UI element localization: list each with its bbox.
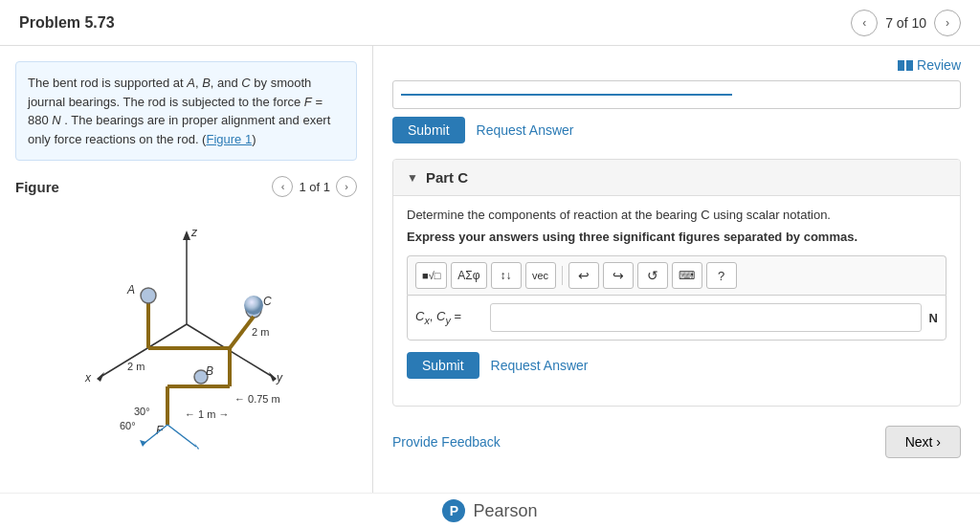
prev-problem-button[interactable]: ‹ (851, 10, 878, 36)
provide-feedback-link[interactable]: Provide Feedback (392, 434, 501, 450)
toolbar-help-btn[interactable]: ? (706, 262, 737, 289)
main-content: The bent rod is supported at A, B, and C… (0, 46, 980, 528)
svg-text:x: x (84, 371, 92, 385)
svg-text:60°: 60° (120, 420, 136, 431)
svg-point-13 (141, 288, 156, 303)
svg-text:2 m: 2 m (252, 326, 269, 338)
svg-line-29 (167, 425, 196, 447)
figure-nav: ‹ 1 of 1 › (272, 176, 357, 197)
part-c-answer-label: Cx, Cy = (415, 309, 482, 326)
part-c-request-answer-link[interactable]: Request Answer (491, 358, 589, 373)
figure-next-button[interactable]: › (336, 176, 357, 197)
svg-text:B: B (206, 364, 213, 378)
part-c-toggle-icon[interactable]: ▼ (407, 171, 418, 185)
svg-text:2 m: 2 m (127, 361, 145, 372)
review-button[interactable]: Review (898, 57, 961, 73)
part-c-section: ▼ Part C Determine the components of rea… (392, 159, 961, 407)
toolbar-keyboard-btn[interactable]: ⌨ (672, 262, 702, 289)
part-c-submit-button[interactable]: Submit (407, 352, 479, 379)
review-icon (898, 60, 913, 71)
page-indicator: 7 of 10 (885, 15, 926, 31)
part-c-question: Determine the components of reaction at … (407, 208, 947, 222)
svg-text:30°: 30° (134, 406, 150, 417)
problem-description: The bent rod is supported at A, B, and C… (15, 61, 357, 161)
svg-marker-1 (183, 231, 190, 240)
svg-marker-30 (140, 440, 146, 447)
part-c-title: Part C (426, 169, 468, 186)
figure-header: Figure ‹ 1 of 1 › (15, 176, 357, 197)
figure-title: Figure (15, 179, 59, 195)
part-c-submit-row: Submit Request Answer (407, 352, 947, 379)
pearson-logo-letter: P (450, 503, 458, 518)
figure-counter: 1 of 1 (299, 180, 330, 194)
figure-svg: z y x A (43, 209, 330, 458)
problem-text-static: The bent rod is supported at A, B, and C… (28, 76, 330, 146)
review-label: Review (917, 57, 961, 73)
part-b-submit-row: Submit Request Answer (392, 117, 961, 143)
svg-text:A: A (126, 283, 135, 297)
right-panel: Review Submit Request Answer ▼ Part C De… (373, 46, 980, 528)
review-area: Review (392, 57, 961, 73)
part-c-answer-row: Cx, Cy = N (407, 295, 947, 341)
header: Problem 5.73 ‹ 7 of 10 › (0, 0, 980, 46)
answer-bar-fill (401, 94, 732, 96)
figure-prev-button[interactable]: ‹ (272, 176, 293, 197)
part-c-answer-input[interactable] (490, 303, 922, 332)
left-panel: The bent rod is supported at A, B, and C… (0, 46, 373, 528)
part-b-answer-bar[interactable] (392, 80, 961, 109)
svg-line-17 (230, 317, 254, 348)
svg-text:z: z (190, 226, 198, 239)
svg-marker-4 (269, 372, 277, 382)
part-c-instruction: Express your answers using three signifi… (407, 230, 947, 244)
pearson-brand-name: Pearson (473, 501, 537, 521)
svg-text:← 1 m →: ← 1 m → (185, 408, 229, 420)
toolbar-arrows-btn[interactable]: ↕↓ (491, 262, 522, 289)
svg-point-32 (244, 296, 263, 315)
svg-text:C: C (263, 295, 272, 308)
toolbar-radical-btn[interactable]: ■√□ (415, 262, 447, 289)
figure-diagram: z y x A (15, 205, 357, 463)
part-b-request-answer-link[interactable]: Request Answer (477, 122, 574, 138)
pearson-footer: P Pearson (0, 493, 980, 528)
toolbar-vec-btn[interactable]: vec (525, 262, 556, 289)
part-c-answer-unit: N (929, 311, 938, 325)
toolbar-redo-btn[interactable]: ↪ (603, 262, 634, 289)
toolbar-undo-btn[interactable]: ↩ (568, 262, 599, 289)
footer-actions: Provide Feedback Next › (392, 422, 961, 458)
header-nav: ‹ 7 of 10 › (851, 10, 961, 36)
figure-link[interactable]: Figure 1 (206, 132, 252, 146)
toolbar-divider-1 (562, 266, 563, 285)
problem-title: Problem 5.73 (19, 14, 115, 32)
next-button[interactable]: Next › (885, 426, 961, 458)
pearson-logo: P (442, 499, 465, 522)
svg-text:← 0.75 m: ← 0.75 m (234, 393, 280, 405)
part-c-body: Determine the components of reaction at … (393, 196, 960, 406)
svg-marker-7 (97, 372, 104, 382)
toolbar-refresh-btn[interactable]: ↺ (637, 262, 668, 289)
toolbar-greek-btn[interactable]: ΑΣφ (451, 262, 486, 289)
part-c-header: ▼ Part C (393, 160, 960, 196)
svg-text:y: y (276, 371, 283, 385)
next-problem-button[interactable]: › (934, 10, 961, 36)
math-toolbar: ■√□ ΑΣφ ↕↓ vec ↩ ↪ ↺ ⌨ ? (407, 255, 947, 295)
part-b-submit-button[interactable]: Submit (392, 117, 465, 143)
